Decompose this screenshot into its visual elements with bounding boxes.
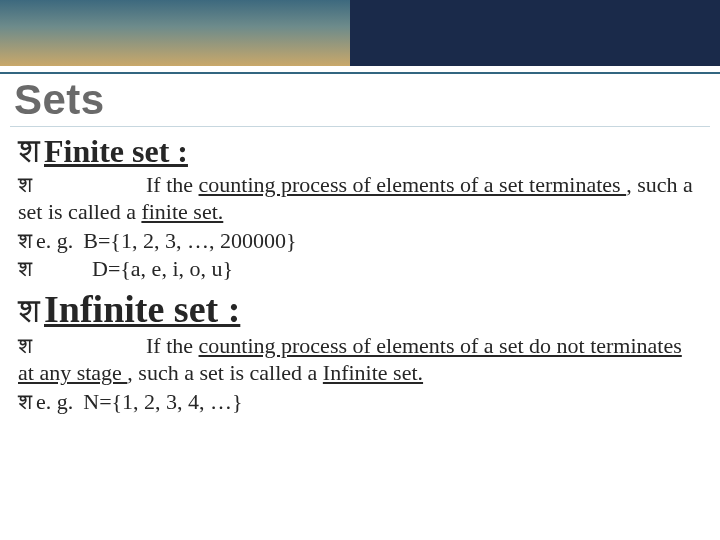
infinite-heading-text: Infinite set : (44, 287, 240, 331)
bullet-icon: श (18, 256, 32, 281)
page-title: Sets (0, 74, 720, 124)
finite-example-d-text: D={a, e, i, o, u} (92, 256, 233, 281)
header-dark-right (350, 0, 720, 66)
bullet-icon: श (18, 134, 40, 168)
bullet-icon: श (18, 333, 32, 358)
bullet-icon: श (18, 294, 40, 328)
infinite-example-n: शe. g.N={1, 2, 3, 4, …} (18, 389, 702, 416)
bullet-icon: श (18, 228, 32, 253)
finite-definition: शIf the counting process of elements of … (18, 172, 702, 226)
bullet-icon: श (18, 172, 32, 197)
finite-def-pre: If the (146, 172, 199, 197)
finite-heading: श Finite set : (18, 133, 702, 170)
infinite-example-n-text: N={1, 2, 3, 4, …} (83, 389, 242, 414)
bullet-icon: श (18, 389, 32, 414)
finite-example-b: शe. g.B={1, 2, 3, …, 200000} (18, 228, 702, 255)
eg-label: e. g. (36, 228, 73, 253)
finite-heading-text: Finite set : (44, 133, 188, 170)
header-band (0, 0, 720, 66)
infinite-definition: शIf the counting process of elements of … (18, 333, 702, 387)
finite-def-underline-1: counting process of elements of a set te… (199, 172, 627, 197)
finite-example-d: शD={a, e, i, o, u} (18, 256, 702, 283)
eg-label: e. g. (36, 389, 73, 414)
header-gradient-left (0, 0, 350, 66)
infinite-heading: श Infinite set : (18, 287, 702, 331)
content: श Finite set : शIf the counting process … (0, 127, 720, 416)
finite-def-underline-2: finite set. (141, 199, 223, 224)
infinite-def-pre: If the (146, 333, 199, 358)
infinite-def-underline-2: Infinite set. (323, 360, 423, 385)
finite-example-b-text: B={1, 2, 3, …, 200000} (83, 228, 296, 253)
infinite-def-mid: , such a set is called a (127, 360, 323, 385)
